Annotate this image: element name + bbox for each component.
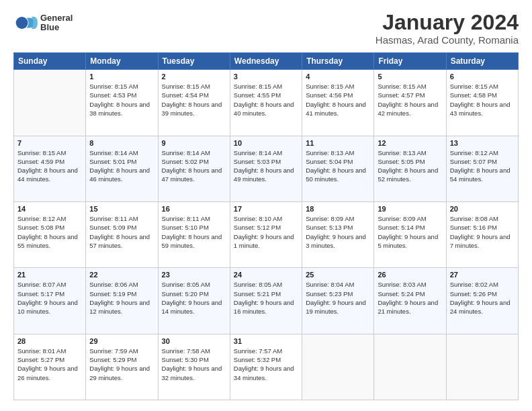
logo-icon [13, 11, 38, 35]
logo-line1: General [40, 13, 73, 23]
day-info: Sunrise: 8:12 AMSunset: 5:08 PMDaylight:… [17, 214, 82, 250]
day-info: Sunrise: 8:14 AMSunset: 5:02 PMDaylight:… [162, 148, 226, 184]
calendar-cell-4-5 [374, 334, 446, 400]
day-number: 5 [378, 73, 442, 81]
day-number: 1 [89, 73, 154, 81]
logo-text: General Blue [40, 13, 73, 33]
calendar-cell-4-6 [446, 334, 518, 400]
logo-line2: Blue [40, 23, 73, 32]
day-number: 28 [17, 337, 82, 345]
calendar-header-wednesday: Wednesday [230, 53, 302, 70]
day-info: Sunrise: 8:14 AMSunset: 5:01 PMDaylight:… [89, 148, 154, 184]
calendar-cell-2-6: 20Sunrise: 8:08 AMSunset: 5:16 PMDayligh… [446, 201, 518, 267]
calendar-week-0: 1Sunrise: 8:15 AMSunset: 4:53 PMDaylight… [14, 70, 519, 136]
day-number: 9 [162, 139, 226, 147]
day-info: Sunrise: 8:10 AMSunset: 5:12 PMDaylight:… [234, 214, 298, 250]
day-number: 27 [450, 271, 515, 279]
calendar-cell-3-2: 23Sunrise: 8:05 AMSunset: 5:20 PMDayligh… [158, 268, 230, 334]
calendar-header-thursday: Thursday [302, 53, 374, 70]
day-number: 13 [450, 139, 515, 147]
day-number: 14 [17, 205, 82, 213]
title-block: January 2024 Hasmas, Arad County, Romani… [375, 11, 519, 46]
day-number: 15 [89, 205, 154, 213]
day-info: Sunrise: 8:01 AMSunset: 5:27 PMDaylight:… [17, 347, 82, 382]
calendar-cell-3-3: 24Sunrise: 8:05 AMSunset: 5:21 PMDayligh… [230, 268, 302, 334]
logo: General Blue [13, 11, 73, 35]
calendar-table: SundayMondayTuesdayWednesdayThursdayFrid… [13, 52, 519, 400]
day-info: Sunrise: 8:09 AMSunset: 5:14 PMDaylight:… [378, 214, 442, 250]
calendar-cell-2-2: 16Sunrise: 8:11 AMSunset: 5:10 PMDayligh… [158, 201, 230, 267]
day-info: Sunrise: 7:59 AMSunset: 5:29 PMDaylight:… [89, 347, 154, 382]
day-info: Sunrise: 7:58 AMSunset: 5:30 PMDaylight:… [162, 347, 226, 382]
calendar-header-sunday: Sunday [14, 53, 86, 70]
day-info: Sunrise: 8:03 AMSunset: 5:24 PMDaylight:… [378, 280, 442, 316]
calendar-cell-0-4: 4Sunrise: 8:15 AMSunset: 4:56 PMDaylight… [302, 70, 374, 136]
calendar-cell-1-0: 7Sunrise: 8:15 AMSunset: 4:59 PMDaylight… [14, 136, 86, 201]
day-number: 29 [89, 337, 154, 345]
day-number: 26 [378, 271, 442, 279]
day-info: Sunrise: 8:05 AMSunset: 5:21 PMDaylight:… [234, 280, 298, 316]
day-info: Sunrise: 8:07 AMSunset: 5:17 PMDaylight:… [17, 280, 82, 316]
day-info: Sunrise: 8:04 AMSunset: 5:23 PMDaylight:… [306, 280, 370, 316]
calendar-cell-2-5: 19Sunrise: 8:09 AMSunset: 5:14 PMDayligh… [374, 201, 446, 267]
calendar-cell-1-4: 11Sunrise: 8:13 AMSunset: 5:04 PMDayligh… [302, 136, 374, 201]
day-number: 17 [234, 205, 298, 213]
page-subtitle: Hasmas, Arad County, Romania [375, 34, 519, 46]
day-number: 2 [162, 73, 226, 81]
day-number: 24 [234, 271, 298, 279]
calendar-cell-0-5: 5Sunrise: 8:15 AMSunset: 4:57 PMDaylight… [374, 70, 446, 136]
calendar-cell-2-0: 14Sunrise: 8:12 AMSunset: 5:08 PMDayligh… [14, 201, 86, 267]
calendar-week-3: 21Sunrise: 8:07 AMSunset: 5:17 PMDayligh… [14, 268, 519, 334]
day-info: Sunrise: 8:13 AMSunset: 5:04 PMDaylight:… [306, 148, 370, 184]
calendar-cell-0-2: 2Sunrise: 8:15 AMSunset: 4:54 PMDaylight… [158, 70, 230, 136]
calendar-week-2: 14Sunrise: 8:12 AMSunset: 5:08 PMDayligh… [14, 201, 519, 267]
calendar-cell-4-3: 31Sunrise: 7:57 AMSunset: 5:32 PMDayligh… [230, 334, 302, 400]
calendar-header-monday: Monday [86, 53, 158, 70]
day-number: 21 [17, 271, 82, 279]
day-info: Sunrise: 8:11 AMSunset: 5:10 PMDaylight:… [162, 214, 226, 250]
calendar-cell-3-1: 22Sunrise: 8:06 AMSunset: 5:19 PMDayligh… [86, 268, 158, 334]
calendar-cell-3-5: 26Sunrise: 8:03 AMSunset: 5:24 PMDayligh… [374, 268, 446, 334]
day-info: Sunrise: 8:12 AMSunset: 5:07 PMDaylight:… [450, 148, 515, 184]
calendar-cell-0-6: 6Sunrise: 8:15 AMSunset: 4:58 PMDaylight… [446, 70, 518, 136]
day-info: Sunrise: 8:15 AMSunset: 4:53 PMDaylight:… [89, 82, 154, 118]
page: General Blue January 2024 Hasmas, Arad C… [0, 0, 532, 411]
day-info: Sunrise: 8:14 AMSunset: 5:03 PMDaylight:… [234, 148, 298, 184]
calendar-cell-1-3: 10Sunrise: 8:14 AMSunset: 5:03 PMDayligh… [230, 136, 302, 201]
day-info: Sunrise: 8:05 AMSunset: 5:20 PMDaylight:… [162, 280, 226, 316]
calendar-cell-1-1: 8Sunrise: 8:14 AMSunset: 5:01 PMDaylight… [86, 136, 158, 201]
calendar-header-row: SundayMondayTuesdayWednesdayThursdayFrid… [14, 53, 519, 70]
day-number: 16 [162, 205, 226, 213]
calendar-cell-0-1: 1Sunrise: 8:15 AMSunset: 4:53 PMDaylight… [86, 70, 158, 136]
calendar-cell-1-5: 12Sunrise: 8:13 AMSunset: 5:05 PMDayligh… [374, 136, 446, 201]
day-number: 10 [234, 139, 298, 147]
day-number: 18 [306, 205, 370, 213]
calendar-week-4: 28Sunrise: 8:01 AMSunset: 5:27 PMDayligh… [14, 334, 519, 400]
calendar-header-saturday: Saturday [446, 53, 518, 70]
calendar-cell-4-4 [302, 334, 374, 400]
calendar-cell-3-0: 21Sunrise: 8:07 AMSunset: 5:17 PMDayligh… [14, 268, 86, 334]
day-number: 19 [378, 205, 442, 213]
day-number: 7 [17, 139, 82, 147]
day-number: 6 [450, 73, 515, 81]
calendar-header-friday: Friday [374, 53, 446, 70]
calendar-cell-1-2: 9Sunrise: 8:14 AMSunset: 5:02 PMDaylight… [158, 136, 230, 201]
day-number: 12 [378, 139, 442, 147]
day-info: Sunrise: 8:15 AMSunset: 4:58 PMDaylight:… [450, 82, 515, 118]
day-number: 4 [306, 73, 370, 81]
day-info: Sunrise: 8:15 AMSunset: 4:55 PMDaylight:… [234, 82, 298, 118]
day-info: Sunrise: 8:02 AMSunset: 5:26 PMDaylight:… [450, 280, 515, 316]
day-info: Sunrise: 8:15 AMSunset: 4:59 PMDaylight:… [17, 148, 82, 184]
day-number: 30 [162, 337, 226, 345]
calendar-cell-4-1: 29Sunrise: 7:59 AMSunset: 5:29 PMDayligh… [86, 334, 158, 400]
day-number: 31 [234, 337, 298, 345]
header: General Blue January 2024 Hasmas, Arad C… [13, 11, 519, 46]
day-info: Sunrise: 8:09 AMSunset: 5:13 PMDaylight:… [306, 214, 370, 250]
day-info: Sunrise: 8:08 AMSunset: 5:16 PMDaylight:… [450, 214, 515, 250]
day-number: 8 [89, 139, 154, 147]
calendar-cell-2-4: 18Sunrise: 8:09 AMSunset: 5:13 PMDayligh… [302, 201, 374, 267]
calendar-cell-1-6: 13Sunrise: 8:12 AMSunset: 5:07 PMDayligh… [446, 136, 518, 201]
day-number: 23 [162, 271, 226, 279]
calendar-cell-3-6: 27Sunrise: 8:02 AMSunset: 5:26 PMDayligh… [446, 268, 518, 334]
day-number: 20 [450, 205, 515, 213]
